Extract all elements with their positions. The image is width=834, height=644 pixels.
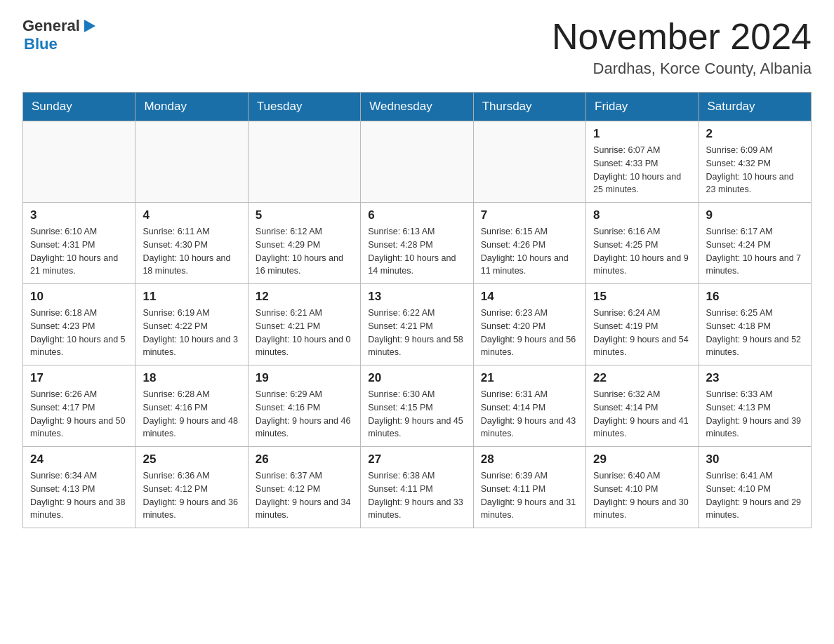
day-info: Sunrise: 6:09 AMSunset: 4:32 PMDaylight:… bbox=[706, 144, 804, 196]
calendar-cell-w3-d5: 22Sunrise: 6:32 AMSunset: 4:14 PMDayligh… bbox=[586, 365, 699, 447]
day-number: 25 bbox=[143, 452, 240, 467]
calendar-cell-w0-d6: 2Sunrise: 6:09 AMSunset: 4:32 PMDaylight… bbox=[699, 121, 811, 203]
calendar-cell-w0-d4 bbox=[473, 121, 585, 203]
day-info: Sunrise: 6:12 AMSunset: 4:29 PMDaylight:… bbox=[256, 225, 353, 278]
day-info: Sunrise: 6:25 AMSunset: 4:18 PMDaylight:… bbox=[706, 307, 804, 359]
header-thursday: Thursday bbox=[473, 93, 585, 121]
day-info: Sunrise: 6:31 AMSunset: 4:14 PMDaylight:… bbox=[481, 388, 578, 441]
calendar-cell-w1-d3: 6Sunrise: 6:13 AMSunset: 4:28 PMDaylight… bbox=[361, 203, 473, 284]
day-number: 10 bbox=[30, 290, 128, 304]
calendar-cell-w4-d6: 30Sunrise: 6:41 AMSunset: 4:10 PMDayligh… bbox=[699, 447, 811, 528]
calendar-cell-w2-d2: 12Sunrise: 6:21 AMSunset: 4:21 PMDayligh… bbox=[248, 284, 360, 365]
day-number: 15 bbox=[593, 290, 691, 304]
day-info: Sunrise: 6:30 AMSunset: 4:15 PMDaylight:… bbox=[368, 388, 465, 441]
calendar-cell-w2-d1: 11Sunrise: 6:19 AMSunset: 4:22 PMDayligh… bbox=[135, 284, 248, 365]
calendar-cell-w0-d3 bbox=[361, 121, 473, 203]
day-info: Sunrise: 6:22 AMSunset: 4:21 PMDaylight:… bbox=[368, 307, 465, 359]
day-number: 29 bbox=[593, 452, 691, 467]
calendar-cell-w3-d2: 19Sunrise: 6:29 AMSunset: 4:16 PMDayligh… bbox=[248, 365, 360, 447]
day-number: 13 bbox=[368, 290, 465, 304]
day-info: Sunrise: 6:39 AMSunset: 4:11 PMDaylight:… bbox=[481, 469, 578, 522]
day-info: Sunrise: 6:21 AMSunset: 4:21 PMDaylight:… bbox=[256, 307, 353, 359]
day-number: 11 bbox=[143, 290, 240, 304]
calendar-cell-w2-d5: 15Sunrise: 6:24 AMSunset: 4:19 PMDayligh… bbox=[586, 284, 699, 365]
day-info: Sunrise: 6:23 AMSunset: 4:20 PMDaylight:… bbox=[481, 307, 578, 359]
logo-general-text: General bbox=[22, 17, 80, 35]
calendar-cell-w0-d1 bbox=[135, 121, 248, 203]
day-number: 8 bbox=[593, 208, 691, 222]
header-saturday: Saturday bbox=[699, 93, 811, 121]
day-info: Sunrise: 6:36 AMSunset: 4:12 PMDaylight:… bbox=[143, 469, 240, 522]
calendar-cell-w4-d3: 27Sunrise: 6:38 AMSunset: 4:11 PMDayligh… bbox=[361, 447, 473, 528]
calendar-cell-w1-d5: 8Sunrise: 6:16 AMSunset: 4:25 PMDaylight… bbox=[586, 203, 699, 284]
day-number: 7 bbox=[481, 208, 578, 222]
day-number: 4 bbox=[143, 208, 240, 222]
calendar-header-row: Sunday Monday Tuesday Wednesday Thursday… bbox=[23, 93, 812, 121]
calendar-cell-w0-d5: 1Sunrise: 6:07 AMSunset: 4:33 PMDaylight… bbox=[586, 121, 699, 203]
logo-arrow-icon bbox=[81, 18, 97, 34]
day-info: Sunrise: 6:18 AMSunset: 4:23 PMDaylight:… bbox=[30, 307, 128, 359]
calendar-title: November 2024 bbox=[552, 17, 812, 57]
day-number: 2 bbox=[706, 127, 804, 141]
day-info: Sunrise: 6:34 AMSunset: 4:13 PMDaylight:… bbox=[30, 469, 128, 522]
day-number: 27 bbox=[368, 452, 465, 467]
day-number: 9 bbox=[706, 208, 804, 222]
calendar-cell-w1-d6: 9Sunrise: 6:17 AMSunset: 4:24 PMDaylight… bbox=[699, 203, 811, 284]
week-row-1: 3Sunrise: 6:10 AMSunset: 4:31 PMDaylight… bbox=[23, 203, 812, 284]
svg-marker-0 bbox=[84, 20, 95, 32]
day-number: 5 bbox=[256, 208, 353, 222]
day-number: 22 bbox=[593, 371, 691, 385]
calendar-cell-w1-d0: 3Sunrise: 6:10 AMSunset: 4:31 PMDaylight… bbox=[23, 203, 135, 284]
day-number: 20 bbox=[368, 371, 465, 385]
day-number: 16 bbox=[706, 290, 804, 304]
header-friday: Friday bbox=[586, 93, 699, 121]
calendar-cell-w2-d4: 14Sunrise: 6:23 AMSunset: 4:20 PMDayligh… bbox=[473, 284, 585, 365]
calendar-cell-w1-d4: 7Sunrise: 6:15 AMSunset: 4:26 PMDaylight… bbox=[473, 203, 585, 284]
calendar-cell-w4-d0: 24Sunrise: 6:34 AMSunset: 4:13 PMDayligh… bbox=[23, 447, 135, 528]
calendar-cell-w4-d5: 29Sunrise: 6:40 AMSunset: 4:10 PMDayligh… bbox=[586, 447, 699, 528]
day-number: 26 bbox=[256, 452, 353, 467]
day-number: 3 bbox=[30, 208, 128, 222]
calendar-cell-w3-d0: 17Sunrise: 6:26 AMSunset: 4:17 PMDayligh… bbox=[23, 365, 135, 447]
calendar-cell-w3-d4: 21Sunrise: 6:31 AMSunset: 4:14 PMDayligh… bbox=[473, 365, 585, 447]
day-info: Sunrise: 6:40 AMSunset: 4:10 PMDaylight:… bbox=[593, 469, 691, 522]
day-number: 24 bbox=[30, 452, 128, 467]
week-row-3: 17Sunrise: 6:26 AMSunset: 4:17 PMDayligh… bbox=[23, 365, 812, 447]
day-number: 17 bbox=[30, 371, 128, 385]
day-number: 12 bbox=[256, 290, 353, 304]
week-row-4: 24Sunrise: 6:34 AMSunset: 4:13 PMDayligh… bbox=[23, 447, 812, 528]
header-sunday: Sunday bbox=[23, 93, 135, 121]
calendar-cell-w1-d2: 5Sunrise: 6:12 AMSunset: 4:29 PMDaylight… bbox=[248, 203, 360, 284]
calendar-cell-w4-d4: 28Sunrise: 6:39 AMSunset: 4:11 PMDayligh… bbox=[473, 447, 585, 528]
calendar-cell-w4-d1: 25Sunrise: 6:36 AMSunset: 4:12 PMDayligh… bbox=[135, 447, 248, 528]
day-info: Sunrise: 6:13 AMSunset: 4:28 PMDaylight:… bbox=[368, 225, 465, 278]
logo: General Blue bbox=[22, 17, 97, 53]
day-number: 6 bbox=[368, 208, 465, 222]
calendar-cell-w2-d6: 16Sunrise: 6:25 AMSunset: 4:18 PMDayligh… bbox=[699, 284, 811, 365]
logo-blue-text: Blue bbox=[24, 35, 58, 53]
day-info: Sunrise: 6:11 AMSunset: 4:30 PMDaylight:… bbox=[143, 225, 240, 278]
header-monday: Monday bbox=[135, 93, 248, 121]
calendar-subtitle: Dardhas, Korce County, Albania bbox=[552, 60, 812, 78]
day-info: Sunrise: 6:10 AMSunset: 4:31 PMDaylight:… bbox=[30, 225, 128, 278]
calendar-cell-w3-d6: 23Sunrise: 6:33 AMSunset: 4:13 PMDayligh… bbox=[699, 365, 811, 447]
day-info: Sunrise: 6:17 AMSunset: 4:24 PMDaylight:… bbox=[706, 225, 804, 278]
day-info: Sunrise: 6:24 AMSunset: 4:19 PMDaylight:… bbox=[593, 307, 691, 359]
day-number: 23 bbox=[706, 371, 804, 385]
day-number: 19 bbox=[256, 371, 353, 385]
day-info: Sunrise: 6:41 AMSunset: 4:10 PMDaylight:… bbox=[706, 469, 804, 522]
calendar-cell-w4-d2: 26Sunrise: 6:37 AMSunset: 4:12 PMDayligh… bbox=[248, 447, 360, 528]
calendar-cell-w3-d3: 20Sunrise: 6:30 AMSunset: 4:15 PMDayligh… bbox=[361, 365, 473, 447]
day-info: Sunrise: 6:28 AMSunset: 4:16 PMDaylight:… bbox=[143, 388, 240, 441]
calendar-cell-w2-d0: 10Sunrise: 6:18 AMSunset: 4:23 PMDayligh… bbox=[23, 284, 135, 365]
calendar-cell-w1-d1: 4Sunrise: 6:11 AMSunset: 4:30 PMDaylight… bbox=[135, 203, 248, 284]
header-tuesday: Tuesday bbox=[248, 93, 360, 121]
day-info: Sunrise: 6:32 AMSunset: 4:14 PMDaylight:… bbox=[593, 388, 691, 441]
week-row-0: 1Sunrise: 6:07 AMSunset: 4:33 PMDaylight… bbox=[23, 121, 812, 203]
day-number: 1 bbox=[593, 127, 691, 141]
day-number: 30 bbox=[706, 452, 804, 467]
day-info: Sunrise: 6:26 AMSunset: 4:17 PMDaylight:… bbox=[30, 388, 128, 441]
day-number: 21 bbox=[481, 371, 578, 385]
page-header: General Blue November 2024 Dardhas, Korc… bbox=[22, 17, 812, 78]
title-section: November 2024 Dardhas, Korce County, Alb… bbox=[552, 17, 812, 78]
